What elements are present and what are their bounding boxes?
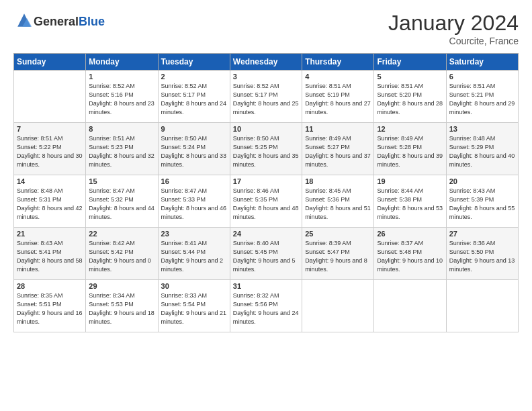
day-info: Sunrise: 8:41 AM Sunset: 5:44 PM Dayligh…: [161, 239, 227, 274]
day-info: Sunrise: 8:34 AM Sunset: 5:53 PM Dayligh…: [89, 291, 154, 326]
day-number: 9: [161, 125, 227, 133]
location: Courcite, France: [388, 36, 519, 46]
day-number: 27: [449, 230, 515, 238]
day-cell: 4Sunrise: 8:51 AM Sunset: 5:19 PM Daylig…: [302, 71, 374, 123]
logo-text-block: GeneralBlue: [34, 15, 105, 29]
day-number: 7: [17, 125, 83, 133]
day-info: Sunrise: 8:49 AM Sunset: 5:27 PM Dayligh…: [305, 134, 371, 169]
day-info: Sunrise: 8:36 AM Sunset: 5:50 PM Dayligh…: [449, 239, 515, 274]
logo-general: General: [34, 15, 79, 28]
day-info: Sunrise: 8:51 AM Sunset: 5:22 PM Dayligh…: [17, 134, 83, 169]
day-cell: 22Sunrise: 8:42 AM Sunset: 5:42 PM Dayli…: [86, 228, 158, 280]
header-row: Sunday Monday Tuesday Wednesday Thursday…: [14, 54, 519, 71]
month-title: January 2024: [388, 11, 519, 36]
day-number: 23: [161, 230, 227, 238]
day-cell: 24Sunrise: 8:40 AM Sunset: 5:45 PM Dayli…: [230, 228, 302, 280]
week-row-2: 7Sunrise: 8:51 AM Sunset: 5:22 PM Daylig…: [14, 123, 519, 175]
day-cell: [374, 280, 446, 332]
day-cell: 19Sunrise: 8:44 AM Sunset: 5:38 PM Dayli…: [374, 175, 446, 228]
calendar-table: Sunday Monday Tuesday Wednesday Thursday…: [13, 53, 519, 332]
day-cell: 11Sunrise: 8:49 AM Sunset: 5:27 PM Dayli…: [302, 123, 374, 175]
week-row-4: 21Sunrise: 8:43 AM Sunset: 5:41 PM Dayli…: [14, 228, 519, 280]
day-number: 6: [449, 73, 515, 81]
col-saturday: Saturday: [446, 54, 518, 71]
day-cell: 17Sunrise: 8:46 AM Sunset: 5:35 PM Dayli…: [230, 175, 302, 228]
day-cell: 25Sunrise: 8:39 AM Sunset: 5:47 PM Dayli…: [302, 228, 374, 280]
logo: GeneralBlue: [13, 11, 105, 32]
day-info: Sunrise: 8:50 AM Sunset: 5:24 PM Dayligh…: [161, 134, 227, 169]
day-cell: 6Sunrise: 8:51 AM Sunset: 5:21 PM Daylig…: [446, 71, 518, 123]
logo-icon: [15, 11, 34, 30]
day-info: Sunrise: 8:47 AM Sunset: 5:33 PM Dayligh…: [161, 187, 227, 222]
day-info: Sunrise: 8:46 AM Sunset: 5:35 PM Dayligh…: [233, 187, 299, 222]
week-row-3: 14Sunrise: 8:48 AM Sunset: 5:31 PM Dayli…: [14, 175, 519, 228]
day-number: 12: [377, 125, 443, 133]
day-number: 29: [89, 282, 154, 290]
day-cell: 30Sunrise: 8:33 AM Sunset: 5:54 PM Dayli…: [158, 280, 230, 332]
day-cell: 13Sunrise: 8:48 AM Sunset: 5:29 PM Dayli…: [446, 123, 518, 175]
day-number: 14: [17, 177, 83, 185]
day-number: 20: [449, 177, 515, 185]
day-cell: [302, 280, 374, 332]
day-info: Sunrise: 8:52 AM Sunset: 5:17 PM Dayligh…: [233, 82, 299, 117]
day-cell: [14, 71, 86, 123]
day-info: Sunrise: 8:51 AM Sunset: 5:20 PM Dayligh…: [377, 82, 443, 117]
logo-blue: Blue: [79, 15, 105, 28]
day-info: Sunrise: 8:50 AM Sunset: 5:25 PM Dayligh…: [233, 134, 299, 169]
col-friday: Friday: [374, 54, 446, 71]
day-cell: 23Sunrise: 8:41 AM Sunset: 5:44 PM Dayli…: [158, 228, 230, 280]
day-info: Sunrise: 8:40 AM Sunset: 5:45 PM Dayligh…: [233, 239, 299, 274]
day-number: 21: [17, 230, 83, 238]
day-number: 31: [233, 282, 299, 290]
day-number: 3: [233, 73, 299, 81]
day-cell: 8Sunrise: 8:51 AM Sunset: 5:23 PM Daylig…: [86, 123, 158, 175]
day-cell: 16Sunrise: 8:47 AM Sunset: 5:33 PM Dayli…: [158, 175, 230, 228]
day-cell: 28Sunrise: 8:35 AM Sunset: 5:51 PM Dayli…: [14, 280, 86, 332]
day-number: 15: [89, 177, 154, 185]
day-number: 16: [161, 177, 227, 185]
day-number: 26: [377, 230, 443, 238]
day-number: 19: [377, 177, 443, 185]
day-cell: 15Sunrise: 8:47 AM Sunset: 5:32 PM Dayli…: [86, 175, 158, 228]
logo-block: [13, 11, 34, 32]
day-info: Sunrise: 8:48 AM Sunset: 5:29 PM Dayligh…: [449, 134, 515, 169]
day-cell: 5Sunrise: 8:51 AM Sunset: 5:20 PM Daylig…: [374, 71, 446, 123]
day-cell: [446, 280, 518, 332]
day-cell: 20Sunrise: 8:43 AM Sunset: 5:39 PM Dayli…: [446, 175, 518, 228]
day-cell: 14Sunrise: 8:48 AM Sunset: 5:31 PM Dayli…: [14, 175, 86, 228]
day-info: Sunrise: 8:51 AM Sunset: 5:21 PM Dayligh…: [449, 82, 515, 117]
day-info: Sunrise: 8:47 AM Sunset: 5:32 PM Dayligh…: [89, 187, 154, 222]
day-number: 30: [161, 282, 227, 290]
day-info: Sunrise: 8:39 AM Sunset: 5:47 PM Dayligh…: [305, 239, 371, 274]
week-row-1: 1Sunrise: 8:52 AM Sunset: 5:16 PM Daylig…: [14, 71, 519, 123]
day-info: Sunrise: 8:35 AM Sunset: 5:51 PM Dayligh…: [17, 291, 83, 326]
day-info: Sunrise: 8:52 AM Sunset: 5:17 PM Dayligh…: [161, 82, 227, 117]
col-wednesday: Wednesday: [230, 54, 302, 71]
day-number: 4: [305, 73, 371, 81]
week-row-5: 28Sunrise: 8:35 AM Sunset: 5:51 PM Dayli…: [14, 280, 519, 332]
day-info: Sunrise: 8:32 AM Sunset: 5:56 PM Dayligh…: [233, 291, 299, 326]
day-info: Sunrise: 8:52 AM Sunset: 5:16 PM Dayligh…: [89, 82, 154, 117]
day-info: Sunrise: 8:33 AM Sunset: 5:54 PM Dayligh…: [161, 291, 227, 326]
day-info: Sunrise: 8:45 AM Sunset: 5:36 PM Dayligh…: [305, 187, 371, 222]
day-cell: 12Sunrise: 8:49 AM Sunset: 5:28 PM Dayli…: [374, 123, 446, 175]
day-cell: 9Sunrise: 8:50 AM Sunset: 5:24 PM Daylig…: [158, 123, 230, 175]
day-cell: 26Sunrise: 8:37 AM Sunset: 5:48 PM Dayli…: [374, 228, 446, 280]
day-info: Sunrise: 8:51 AM Sunset: 5:23 PM Dayligh…: [89, 134, 154, 169]
day-cell: 1Sunrise: 8:52 AM Sunset: 5:16 PM Daylig…: [86, 71, 158, 123]
day-cell: 29Sunrise: 8:34 AM Sunset: 5:53 PM Dayli…: [86, 280, 158, 332]
day-cell: 3Sunrise: 8:52 AM Sunset: 5:17 PM Daylig…: [230, 71, 302, 123]
day-info: Sunrise: 8:49 AM Sunset: 5:28 PM Dayligh…: [377, 134, 443, 169]
day-number: 10: [233, 125, 299, 133]
title-block: January 2024 Courcite, France: [388, 11, 519, 46]
day-info: Sunrise: 8:44 AM Sunset: 5:38 PM Dayligh…: [377, 187, 443, 222]
day-info: Sunrise: 8:43 AM Sunset: 5:41 PM Dayligh…: [17, 239, 83, 274]
day-cell: 10Sunrise: 8:50 AM Sunset: 5:25 PM Dayli…: [230, 123, 302, 175]
day-number: 18: [305, 177, 371, 185]
day-number: 22: [89, 230, 154, 238]
col-monday: Monday: [86, 54, 158, 71]
day-number: 17: [233, 177, 299, 185]
day-number: 24: [233, 230, 299, 238]
col-sunday: Sunday: [14, 54, 86, 71]
col-tuesday: Tuesday: [158, 54, 230, 71]
